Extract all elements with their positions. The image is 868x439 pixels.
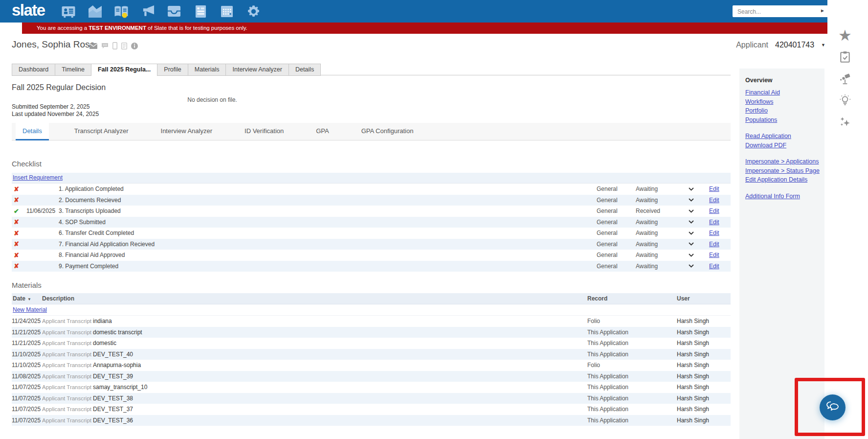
clipboard-check-icon[interactable] — [837, 49, 853, 65]
status-dropdown-chevron-icon[interactable] — [689, 264, 706, 268]
checklist-status: Awaiting — [636, 185, 689, 192]
material-user: Harsh Singh — [677, 351, 731, 358]
material-row[interactable]: 11/07/2025Applicant TranscriptDEV_TEST_3… — [12, 415, 731, 426]
star-icon[interactable]: ★ — [837, 27, 853, 43]
checklist-heading: Checklist — [12, 160, 42, 168]
insert-requirement-link[interactable]: Insert Requirement — [13, 174, 63, 181]
material-description: domestic transcript — [93, 329, 587, 336]
column-header-user[interactable]: User — [677, 293, 731, 304]
material-row[interactable]: 11/24/2025Applicant TranscriptindianaFol… — [12, 316, 731, 327]
edit-link[interactable]: Edit — [706, 197, 731, 204]
edit-link[interactable]: Edit — [706, 219, 731, 226]
calendar-icon[interactable] — [219, 3, 235, 19]
material-record: This Application — [587, 406, 677, 413]
material-date: 11/10/2025 — [12, 362, 42, 369]
subtab-gpa-configuration[interactable]: GPA Configuration — [355, 123, 421, 140]
device-icon[interactable] — [121, 43, 127, 49]
edit-link[interactable]: Edit — [706, 230, 731, 236]
checklist-status: Awaiting — [636, 241, 689, 248]
column-header-description[interactable]: Description — [42, 293, 587, 304]
status-dropdown-chevron-icon[interactable] — [689, 198, 706, 202]
deliver-icon[interactable] — [140, 3, 156, 19]
sidebar-link-impersonate-status-page[interactable]: Impersonate > Status Page — [745, 166, 821, 176]
status-dropdown-chevron-icon[interactable] — [689, 242, 706, 246]
info-icon[interactable] — [131, 43, 138, 49]
tab-timeline[interactable]: Timeline — [55, 64, 91, 76]
checklist-row: ✘2. Documents RecievedGeneralAwaitingEdi… — [12, 195, 731, 206]
material-row[interactable]: 11/21/2025Applicant TranscriptdomesticTh… — [12, 338, 731, 349]
slate-logo[interactable]: slate — [12, 1, 45, 20]
sidebar-link-populations[interactable]: Populations — [745, 116, 821, 125]
tab-details[interactable]: Details — [289, 64, 321, 76]
materials-header-row: Date▼ Description Record User — [12, 293, 731, 304]
tab-fall-2025-regula[interactable]: Fall 2025 Regula... — [91, 64, 157, 76]
checklist-name: 1. Application Completed — [59, 185, 597, 192]
settings-gear-icon[interactable] — [245, 3, 262, 19]
queries-icon[interactable] — [193, 3, 209, 19]
edit-link[interactable]: Edit — [706, 263, 731, 270]
status-incomplete-icon: ✘ — [12, 252, 26, 259]
edit-link[interactable]: Edit — [706, 208, 731, 214]
material-description: DEV_TEST_40 — [93, 351, 587, 358]
search-input[interactable] — [736, 6, 821, 17]
telescope-icon[interactable] — [837, 71, 853, 87]
status-dropdown-chevron-icon[interactable] — [689, 187, 706, 191]
chat-button[interactable] — [820, 394, 846, 420]
subtab-details[interactable]: Details — [16, 123, 49, 140]
sidebar-link-workflows[interactable]: Workflows — [745, 97, 821, 107]
material-row[interactable]: 11/07/2025Applicant TranscriptDEV_TEST_3… — [12, 404, 731, 415]
material-row[interactable]: 11/07/2025Applicant TranscriptDEV_TEST_3… — [12, 393, 731, 404]
sidebar-link-read-application[interactable]: Read Application — [745, 132, 821, 141]
lightbulb-icon[interactable] — [837, 92, 853, 108]
status-dropdown-chevron-icon[interactable] — [689, 209, 706, 213]
subtab-interview-analyzer[interactable]: Interview Analyzer — [154, 123, 220, 140]
sidebar-link-financial-aid[interactable]: Financial Aid — [745, 88, 821, 97]
chat-bubbles-icon — [825, 400, 840, 415]
sidebar-link-additional-info-form[interactable]: Additional Info Form — [745, 192, 821, 201]
status-dropdown-chevron-icon[interactable] — [689, 220, 706, 224]
sidebar-link-portfolio[interactable]: Portfolio — [745, 106, 821, 116]
record-switcher-caret-icon[interactable]: ▼ — [821, 43, 825, 47]
new-material-link[interactable]: New Material — [13, 306, 47, 313]
sidebar-link-edit-application-details[interactable]: Edit Application Details — [745, 175, 821, 185]
reader-icon[interactable] — [113, 3, 130, 19]
tab-profile[interactable]: Profile — [157, 64, 188, 76]
applicant-id[interactable]: 420401743 — [775, 41, 814, 49]
material-row[interactable]: 11/08/2025Applicant TranscriptDEV_TEST_3… — [12, 371, 731, 382]
email-icon[interactable] — [89, 43, 97, 49]
checklist-name: 8. Financial Aid Approved — [59, 252, 597, 258]
material-row[interactable]: 11/10/2025Applicant TranscriptDEV_TEST_4… — [12, 349, 731, 360]
edit-link[interactable]: Edit — [706, 185, 731, 192]
tab-materials[interactable]: Materials — [188, 64, 226, 76]
phone-icon[interactable] — [112, 42, 117, 49]
status-dropdown-chevron-icon[interactable] — [689, 254, 706, 257]
inbox-icon[interactable] — [166, 3, 182, 19]
column-header-date[interactable]: Date▼ — [12, 293, 42, 304]
sidebar-link-download-pdf[interactable]: Download PDF — [745, 141, 821, 150]
tab-dashboard[interactable]: Dashboard — [12, 64, 55, 76]
checklist-status: Awaiting — [636, 219, 689, 226]
subtab-transcript-analyzer[interactable]: Transcript Analyzer — [67, 123, 135, 140]
column-header-record[interactable]: Record — [587, 293, 677, 304]
tab-interview-analyzer[interactable]: Interview Analyzer — [226, 64, 289, 76]
sparkles-icon[interactable] — [837, 114, 853, 130]
applicant-role-label: Applicant — [736, 41, 768, 49]
subtab-id-verification[interactable]: ID Verification — [238, 123, 290, 140]
checklist-name: 2. Documents Recieved — [59, 197, 597, 204]
material-row[interactable]: 11/10/2025Applicant TranscriptAnnapurna-… — [12, 360, 731, 371]
last-updated-date: Last updated November 24, 2025 — [12, 111, 99, 117]
checklist-row: ✘1. Application CompletedGeneralAwaiting… — [12, 184, 731, 195]
material-row[interactable]: 11/07/2025Applicant Transcriptsamay_tran… — [12, 382, 731, 393]
subtab-gpa[interactable]: GPA — [309, 123, 336, 140]
status-dropdown-chevron-icon[interactable] — [689, 231, 706, 235]
decision-status: No decision on file. — [12, 96, 413, 103]
sidebar-link-impersonate-applications[interactable]: Impersonate > Applications — [745, 157, 821, 166]
sms-icon[interactable] — [101, 43, 109, 49]
material-record: This Application — [587, 395, 677, 402]
edit-link[interactable]: Edit — [706, 241, 731, 248]
edit-link[interactable]: Edit — [706, 252, 731, 258]
contacts-icon[interactable] — [61, 3, 77, 19]
material-row[interactable]: 11/21/2025Applicant Transcriptdomestic t… — [12, 327, 731, 338]
reports-icon[interactable] — [87, 3, 103, 19]
search-submit-icon[interactable]: ► — [820, 8, 825, 13]
